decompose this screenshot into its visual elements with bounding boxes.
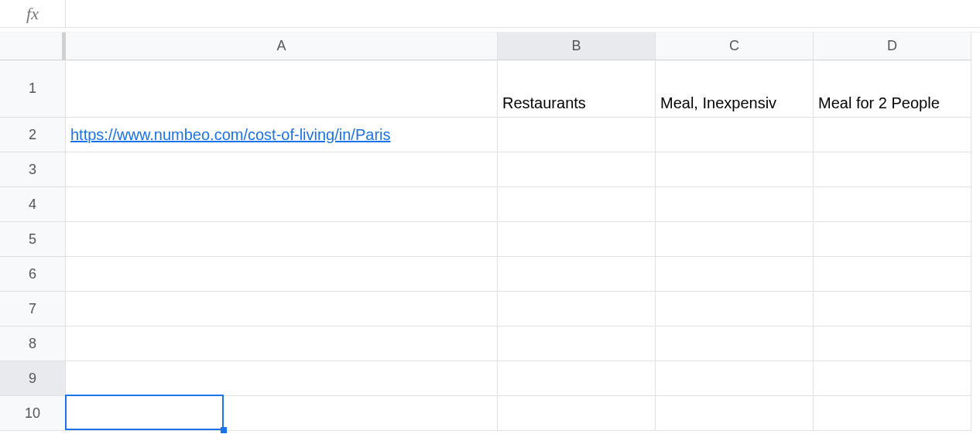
row-header-6[interactable]: 6	[0, 257, 66, 292]
cell-C2[interactable]	[656, 118, 814, 152]
cell-B2[interactable]	[498, 118, 656, 152]
fx-icon[interactable]: fx	[0, 0, 66, 27]
cell-A4[interactable]	[66, 187, 498, 222]
select-all-corner[interactable]	[0, 32, 66, 60]
cell-C5[interactable]	[656, 222, 814, 257]
cell-D7[interactable]	[814, 292, 971, 326]
row-header-3[interactable]: 3	[0, 152, 66, 187]
cell-B6[interactable]	[498, 257, 656, 292]
row-header-7[interactable]: 7	[0, 292, 66, 326]
cell-D10[interactable]	[814, 396, 971, 431]
cell-A6[interactable]	[66, 257, 498, 292]
cell-A2[interactable]: https://www.numbeo.com/cost-of-living/in…	[66, 118, 498, 152]
cell-A7[interactable]	[66, 292, 498, 326]
cell-C6[interactable]	[656, 257, 814, 292]
cell-D1[interactable]: Meal for 2 People	[814, 60, 971, 118]
row-header-9[interactable]: 9	[0, 361, 66, 396]
cell-A8[interactable]	[66, 326, 498, 361]
cell-C4[interactable]	[656, 187, 814, 222]
formula-bar: fx	[0, 0, 980, 28]
row-header-1[interactable]: 1	[0, 60, 66, 118]
cell-B7[interactable]	[498, 292, 656, 326]
cell-C7[interactable]	[656, 292, 814, 326]
col-header-A[interactable]: A	[66, 32, 498, 60]
row-header-8[interactable]: 8	[0, 326, 66, 361]
cell-C10[interactable]	[656, 396, 814, 431]
cell-B4[interactable]	[498, 187, 656, 222]
cell-A3[interactable]	[66, 152, 498, 187]
cell-A5[interactable]	[66, 222, 498, 257]
cell-B5[interactable]	[498, 222, 656, 257]
cell-D6[interactable]	[814, 257, 971, 292]
row-header-5[interactable]: 5	[0, 222, 66, 257]
cell-C9[interactable]	[656, 361, 814, 396]
cell-D2[interactable]	[814, 118, 971, 152]
row-header-2[interactable]: 2	[0, 118, 66, 152]
row-header-4[interactable]: 4	[0, 187, 66, 222]
cell-D8[interactable]	[814, 326, 971, 361]
cell-A1[interactable]	[66, 60, 498, 118]
cell-C8[interactable]	[656, 326, 814, 361]
col-header-D[interactable]: D	[814, 32, 971, 60]
spreadsheet-grid: A B C D 1 Restaurants Meal, Inexpensiv M…	[0, 32, 980, 431]
cell-C1[interactable]: Meal, Inexpensiv	[656, 60, 814, 118]
cell-D9[interactable]	[814, 361, 971, 396]
formula-input[interactable]	[66, 0, 980, 27]
active-cell-handle[interactable]	[221, 427, 227, 433]
row-header-10[interactable]: 10	[0, 396, 66, 431]
cell-D4[interactable]	[814, 187, 971, 222]
cell-B8[interactable]	[498, 326, 656, 361]
col-header-C[interactable]: C	[656, 32, 814, 60]
link-A2[interactable]: https://www.numbeo.com/cost-of-living/in…	[70, 126, 391, 144]
col-header-B[interactable]: B	[498, 32, 656, 60]
cell-A9[interactable]	[66, 361, 498, 396]
cell-B1[interactable]: Restaurants	[498, 60, 656, 118]
cell-B9[interactable]	[498, 361, 656, 396]
cell-C3[interactable]	[656, 152, 814, 187]
cell-B3[interactable]	[498, 152, 656, 187]
cell-A10[interactable]	[66, 396, 498, 431]
cell-B10[interactable]	[498, 396, 656, 431]
cell-D3[interactable]	[814, 152, 971, 187]
cell-D5[interactable]	[814, 222, 971, 257]
